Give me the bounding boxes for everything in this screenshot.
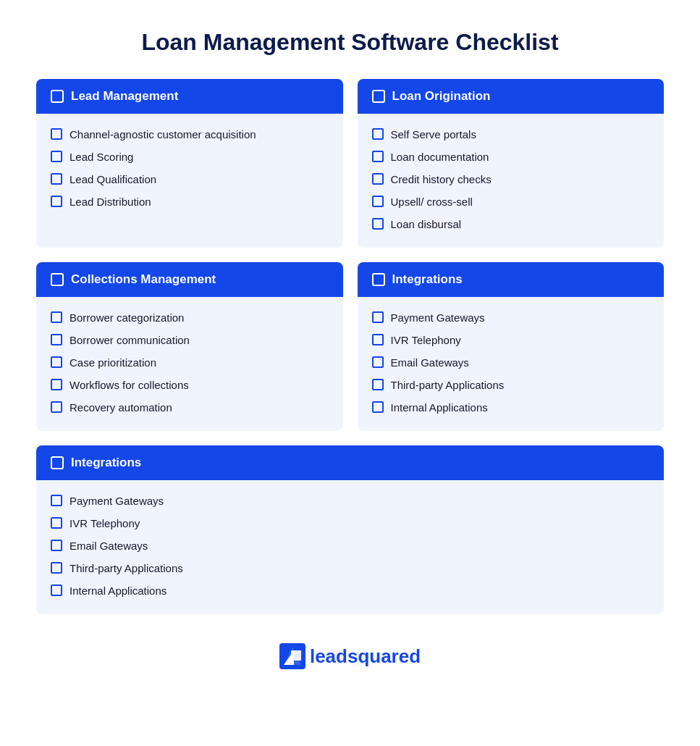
loan-origination-title: Loan Origination	[392, 89, 491, 104]
integrations-full-body: Payment Gateways IVR Telephony Email Gat…	[36, 480, 664, 614]
item-checkbox-icon[interactable]	[51, 196, 62, 207]
item-label: Credit history checks	[391, 172, 492, 187]
lead-management-card: Lead Management Channel-agnostic custome…	[36, 79, 343, 248]
integrations-right-body: Payment Gateways IVR Telephony Email Gat…	[358, 297, 665, 431]
list-item: Loan documentation	[372, 149, 650, 164]
item-checkbox-icon[interactable]	[51, 379, 62, 390]
item-label: Third-party Applications	[69, 561, 183, 576]
item-label: Lead Scoring	[69, 149, 133, 164]
item-checkbox-icon[interactable]	[372, 379, 384, 390]
list-item: Borrower communication	[51, 332, 329, 348]
list-item: Credit history checks	[372, 172, 650, 187]
item-checkbox-icon[interactable]	[372, 334, 384, 345]
top-row: Lead Management Channel-agnostic custome…	[36, 79, 664, 248]
item-checkbox-icon[interactable]	[372, 173, 384, 185]
integrations-right-checkbox-icon[interactable]	[372, 273, 385, 286]
item-label: Channel-agnostic customer acquisition	[69, 127, 256, 142]
item-checkbox-icon[interactable]	[51, 151, 62, 162]
list-item: Lead Qualification	[51, 172, 329, 187]
item-checkbox-icon[interactable]	[372, 218, 384, 230]
list-item: Lead Scoring	[51, 149, 329, 164]
integrations-full-checkbox-icon[interactable]	[51, 456, 64, 469]
list-item: Self Serve portals	[372, 127, 650, 142]
item-label: Borrower communication	[69, 332, 190, 348]
loan-origination-checkbox-icon[interactable]	[372, 90, 385, 103]
item-label: IVR Telephony	[69, 516, 140, 531]
item-checkbox-icon[interactable]	[372, 196, 384, 207]
list-item: IVR Telephony	[51, 516, 649, 531]
item-label: Payment Gateways	[69, 493, 164, 508]
item-checkbox-icon[interactable]	[372, 311, 384, 323]
lead-management-header: Lead Management	[36, 79, 343, 114]
item-label: Internal Applications	[391, 400, 488, 415]
item-checkbox-icon[interactable]	[51, 128, 62, 140]
item-label: Payment Gateways	[391, 310, 485, 325]
leadsquared-logo-icon	[279, 643, 305, 669]
item-label: Upsell/ cross-sell	[391, 194, 473, 209]
lead-management-checkbox-icon[interactable]	[51, 90, 64, 103]
list-item: Recovery automation	[51, 400, 329, 415]
item-checkbox-icon[interactable]	[51, 495, 62, 506]
integrations-full-header: Integrations	[36, 445, 664, 480]
item-label: IVR Telephony	[391, 332, 461, 348]
collections-management-header: Collections Management	[36, 262, 343, 297]
collections-management-body: Borrower categorization Borrower communi…	[36, 297, 343, 431]
item-checkbox-icon[interactable]	[372, 128, 384, 140]
item-checkbox-icon[interactable]	[372, 151, 384, 162]
item-checkbox-icon[interactable]	[51, 311, 62, 323]
list-item: Upsell/ cross-sell	[372, 194, 650, 209]
list-item: Lead Distribution	[51, 194, 329, 209]
collections-checkbox-icon[interactable]	[51, 273, 64, 286]
integrations-right-title: Integrations	[392, 272, 463, 287]
item-label: Lead Distribution	[69, 194, 151, 209]
item-label: Recovery automation	[69, 400, 172, 415]
list-item: Channel-agnostic customer acquisition	[51, 127, 329, 142]
logo-text: leadsquared	[310, 645, 421, 668]
list-item: Payment Gateways	[51, 493, 649, 508]
item-label: Lead Qualification	[69, 172, 156, 187]
loan-origination-body: Self Serve portals Loan documentation Cr…	[358, 114, 665, 248]
lead-management-title: Lead Management	[71, 89, 178, 104]
item-label: Email Gateways	[69, 538, 148, 553]
list-item: Borrower categorization	[51, 310, 329, 325]
list-item: Third-party Applications	[372, 377, 650, 393]
list-item: Email Gateways	[372, 355, 650, 370]
list-item: Email Gateways	[51, 538, 649, 553]
collections-management-title: Collections Management	[71, 272, 216, 287]
item-checkbox-icon[interactable]	[51, 584, 62, 596]
logo-text-bold: squared	[347, 645, 421, 667]
item-label: Borrower categorization	[69, 310, 184, 325]
list-item: Internal Applications	[51, 583, 649, 598]
list-item: Payment Gateways	[372, 310, 650, 325]
item-checkbox-icon[interactable]	[372, 356, 384, 368]
item-checkbox-icon[interactable]	[51, 562, 62, 574]
list-item: Internal Applications	[372, 400, 650, 415]
logo-text-plain: lead	[310, 645, 347, 667]
list-item: Third-party Applications	[51, 561, 649, 576]
lead-management-body: Channel-agnostic customer acquisition Le…	[36, 114, 343, 225]
item-label: Case prioritization	[69, 355, 156, 370]
item-checkbox-icon[interactable]	[51, 540, 62, 551]
integrations-right-header: Integrations	[358, 262, 665, 297]
item-label: Loan disbursal	[391, 217, 462, 232]
logo-area: leadsquared	[279, 643, 421, 669]
item-label: Loan documentation	[391, 149, 489, 164]
loan-origination-header: Loan Origination	[358, 79, 665, 114]
item-label: Email Gateways	[391, 355, 469, 370]
item-checkbox-icon[interactable]	[51, 173, 62, 185]
list-item: Case prioritization	[51, 355, 329, 370]
middle-row: Collections Management Borrower categori…	[36, 262, 664, 431]
item-label: Third-party Applications	[391, 377, 505, 393]
list-item: Workflows for collections	[51, 377, 329, 393]
page-title: Loan Management Software Checklist	[141, 29, 558, 56]
collections-management-card: Collections Management Borrower categori…	[36, 262, 343, 431]
item-checkbox-icon[interactable]	[51, 356, 62, 368]
list-item: Loan disbursal	[372, 217, 650, 232]
item-checkbox-icon[interactable]	[51, 334, 62, 345]
item-checkbox-icon[interactable]	[372, 401, 384, 413]
list-item: IVR Telephony	[372, 332, 650, 348]
item-checkbox-icon[interactable]	[51, 401, 62, 413]
integrations-right-card: Integrations Payment Gateways IVR Teleph…	[358, 262, 665, 431]
item-checkbox-icon[interactable]	[51, 517, 62, 529]
integrations-full-card: Integrations Payment Gateways IVR Teleph…	[36, 445, 664, 614]
